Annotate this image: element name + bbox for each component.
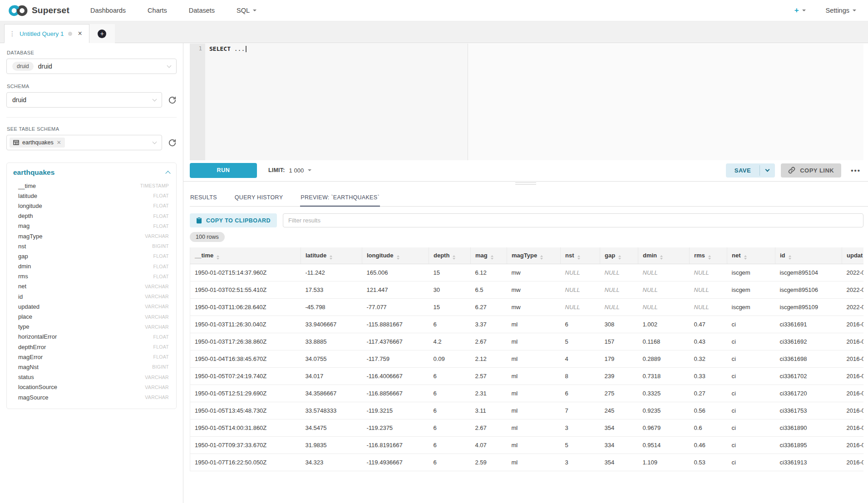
schema-column[interactable]: idVARCHAR	[13, 291, 170, 301]
menu-sql[interactable]: SQL	[237, 7, 256, 14]
grid-header-label: longitude	[367, 252, 394, 259]
sort-icons[interactable]	[330, 255, 332, 260]
sql-editor[interactable]: 1 SELECT ...	[190, 44, 863, 160]
query-tab-label: Untitled Query 1	[20, 30, 64, 37]
query-tab-active[interactable]: ⋮ Untitled Query 1 ×	[4, 24, 89, 43]
tab-query-history[interactable]: QUERY HISTORY	[234, 190, 283, 206]
schema-column[interactable]: magErrorFLOAT	[13, 352, 170, 362]
grid-header-cell[interactable]: longitude	[362, 247, 429, 264]
refresh-schemas-button[interactable]	[168, 96, 177, 104]
table-row[interactable]: 1950-01-04T16:38:45.670Z34.0755-117.7590…	[190, 350, 864, 368]
schema-column[interactable]: magTypeVARCHAR	[13, 231, 170, 241]
grid-header-cell[interactable]: __time	[190, 247, 301, 264]
schema-column[interactable]: updatedVARCHAR	[13, 301, 170, 311]
schema-column[interactable]: rmsFLOAT	[13, 271, 170, 281]
schema-column[interactable]: magFLOAT	[13, 221, 170, 231]
grid-cell: -119.3215	[362, 402, 429, 419]
column-type: FLOAT	[153, 213, 169, 219]
refresh-tables-button[interactable]	[168, 138, 177, 147]
new-item-dropdown[interactable]: +	[794, 6, 806, 15]
sort-icons[interactable]	[708, 255, 711, 260]
more-actions-button[interactable]: •••	[848, 166, 863, 175]
limit-dropdown[interactable]: LIMIT: 1 000	[268, 167, 311, 174]
table-row[interactable]: 1950-01-07T16:22:50.050Z34.323-119.49366…	[190, 454, 864, 471]
filter-results-input[interactable]	[283, 213, 863, 227]
remove-tag-icon[interactable]: ✕	[57, 140, 61, 145]
table-row[interactable]: 1950-01-03T17:26:38.860Z33.8885-117.4376…	[190, 333, 864, 350]
grid-header-cell[interactable]: nst	[561, 247, 600, 264]
tab-results[interactable]: RESULTS	[190, 190, 217, 206]
sort-icons[interactable]	[217, 255, 219, 260]
schema-select[interactable]: druid	[6, 92, 162, 108]
schema-column[interactable]: placeVARCHAR	[13, 311, 170, 321]
tab-preview-earthquakes[interactable]: PREVIEW: `EARTHQUAKES`	[300, 190, 380, 207]
sort-icons[interactable]	[540, 255, 543, 260]
schema-column[interactable]: horizontalErrorFLOAT	[13, 332, 170, 342]
settings-menu[interactable]: Settings	[826, 7, 856, 14]
column-type: VARCHAR	[145, 233, 169, 239]
grid-header-cell[interactable]: depth	[429, 247, 471, 264]
grid-header-cell[interactable]: rms	[690, 247, 727, 264]
grid-cell: 2.67	[471, 419, 507, 437]
schema-column[interactable]: __timeTIMESTAMP	[13, 181, 170, 191]
menu-datasets[interactable]: Datasets	[189, 7, 215, 14]
sort-icons[interactable]	[660, 255, 663, 260]
resize-grip[interactable]	[515, 182, 536, 186]
table-row[interactable]: 1950-01-05T12:51:29.690Z34.3586667-116.8…	[190, 385, 864, 402]
grid-header-cell[interactable]: dmin	[638, 247, 690, 264]
table-row[interactable]: 1950-01-07T09:37:33.670Z31.9835-116.8191…	[190, 437, 864, 454]
add-tab-button[interactable]: +	[98, 30, 106, 38]
schema-column[interactable]: depthFLOAT	[13, 211, 170, 221]
menu-dashboards[interactable]: Dashboards	[90, 7, 126, 14]
save-button[interactable]: SAVE	[726, 163, 760, 178]
sort-icons[interactable]	[491, 255, 493, 260]
grid-header-cell[interactable]: mag	[471, 247, 507, 264]
table-row[interactable]: 1950-01-02T15:14:37.960Z-11.242165.00615…	[190, 264, 864, 281]
grid-header-cell[interactable]: gap	[600, 247, 638, 264]
table-row[interactable]: 1950-01-05T13:45:48.730Z33.5748333-119.3…	[190, 402, 864, 419]
table-select[interactable]: earthquakes ✕	[6, 135, 162, 150]
table-row[interactable]: 1950-01-03T11:06:28.640Z-45.798-77.07715…	[190, 299, 864, 316]
table-row[interactable]: 1950-01-03T02:51:55.410Z17.533121.447306…	[190, 281, 864, 299]
results-tabs: RESULTS QUERY HISTORY PREVIEW: `EARTHQUA…	[190, 190, 868, 207]
sort-icons[interactable]	[453, 255, 455, 260]
table-row[interactable]: 1950-01-05T14:00:31.860Z34.5475-119.2375…	[190, 419, 864, 437]
run-button[interactable]: RUN	[190, 163, 257, 178]
grid-header-cell[interactable]: id	[775, 247, 842, 264]
database-select[interactable]: druid druid	[6, 59, 177, 74]
schema-column[interactable]: depthErrorFLOAT	[13, 342, 170, 352]
schema-column[interactable]: dminFLOAT	[13, 261, 170, 271]
sort-icons[interactable]	[397, 255, 399, 260]
superset-logo[interactable]: Superset	[8, 5, 69, 17]
collapse-icon[interactable]	[165, 171, 170, 176]
schema-column[interactable]: locationSourceVARCHAR	[13, 382, 170, 392]
table-row[interactable]: 1950-01-03T11:26:30.040Z33.9406667-115.8…	[190, 316, 864, 333]
menu-charts[interactable]: Charts	[148, 7, 167, 14]
close-icon[interactable]: ×	[78, 30, 82, 37]
schema-column[interactable]: typeVARCHAR	[13, 322, 170, 332]
schema-column[interactable]: longitudeFLOAT	[13, 201, 170, 211]
table-row[interactable]: 1950-01-05T07:24:19.740Z34.017-116.40066…	[190, 368, 864, 385]
schema-column[interactable]: gapFLOAT	[13, 251, 170, 261]
schema-column[interactable]: statusVARCHAR	[13, 372, 170, 382]
schema-column[interactable]: latitudeFLOAT	[13, 191, 170, 201]
sort-icons[interactable]	[577, 255, 580, 260]
grid-header-cell[interactable]: latitude	[301, 247, 362, 264]
drag-handle-icon[interactable]: ⋮	[9, 30, 15, 37]
sort-icons[interactable]	[744, 255, 747, 260]
editor-code-area[interactable]: SELECT ...	[205, 44, 863, 160]
schema-column[interactable]: magNstBIGINT	[13, 362, 170, 372]
grid-cell: ci3361691	[775, 316, 842, 333]
grid-header-cell[interactable]: updat	[842, 247, 864, 264]
schema-column[interactable]: netVARCHAR	[13, 281, 170, 291]
copy-link-button[interactable]: COPY LINK	[781, 163, 841, 178]
sort-icons[interactable]	[789, 255, 791, 260]
sort-icons[interactable]	[618, 255, 621, 260]
grid-header-cell[interactable]: magType	[507, 247, 561, 264]
grid-cell: NULL	[561, 299, 600, 316]
schema-column[interactable]: magSourceVARCHAR	[13, 392, 170, 402]
grid-header-cell[interactable]: net	[727, 247, 775, 264]
schema-column[interactable]: nstBIGINT	[13, 241, 170, 251]
copy-to-clipboard-button[interactable]: COPY TO CLIPBOARD	[190, 213, 277, 227]
save-options-button[interactable]	[760, 163, 775, 178]
